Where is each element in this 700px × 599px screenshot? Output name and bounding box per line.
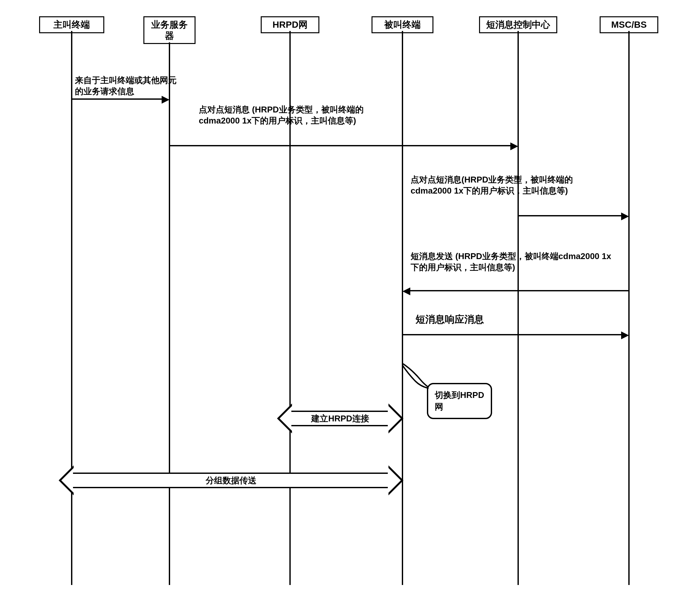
arrow-request — [72, 98, 163, 100]
msg-label-p2p-sms2: 点对点短消息(HRPD业务类型，被叫终端的cdma2000 1x下的用户标识，主… — [410, 174, 593, 197]
callout-switch-hrpd: 切换到HRPD 网 — [427, 383, 492, 419]
msg-label-sms-send: 短消息发送 (HRPD业务类型，被叫终端cdma2000 1x下的用户标识，主叫… — [410, 251, 619, 273]
callout-tail-icon — [402, 364, 432, 390]
arrow-head-p2p-sms1 — [510, 143, 518, 150]
darrow-box-hrpd-conn: 建立HRPD连接 — [291, 410, 389, 426]
darrow-box-packet: 分组数据传送 — [73, 473, 389, 488]
darrow-right-packet — [388, 467, 401, 493]
lifeline-called — [402, 31, 403, 585]
lifeline-caller — [71, 31, 72, 585]
lifeline-sms-center — [518, 31, 519, 585]
darrow-left-hrpd-conn — [280, 405, 293, 431]
participant-caller-terminal: 主叫终端 — [39, 16, 104, 33]
arrow-sms-response — [402, 334, 622, 335]
arrow-p2p-sms1 — [170, 145, 511, 146]
participant-service-server: 业务服务器 — [143, 16, 196, 44]
msg-label-p2p-sms1: 点对点短消息 (HRPD业务类型，被叫终端的cdma2000 1x下的用户标识，… — [199, 104, 378, 126]
msg-label-sms-response: 短消息响应消息 — [416, 313, 546, 326]
lifeline-msc-bs — [628, 31, 630, 585]
participant-sms-center: 短消息控制中心 — [479, 16, 557, 33]
arrow-head-p2p-sms2 — [621, 213, 629, 220]
lifeline-service-server — [169, 42, 170, 585]
arrow-sms-send — [409, 290, 629, 291]
arrow-p2p-sms2 — [518, 215, 622, 217]
sequence-diagram: 主叫终端 业务服务器 HRPD网 被叫终端 短消息控制中心 MSC/BS 来自于… — [13, 13, 687, 586]
arrow-head-sms-response — [621, 331, 629, 339]
msg-label-request: 来自于主叫终端或其他网元的业务请求信息 — [75, 75, 179, 97]
arrow-head-sms-send — [402, 288, 410, 295]
participant-called-terminal: 被叫终端 — [372, 16, 433, 33]
participant-msc-bs: MSC/BS — [600, 16, 658, 33]
darrow-left-packet — [61, 467, 74, 493]
participant-hrpd-network: HRPD网 — [261, 16, 319, 33]
arrow-head-request — [161, 96, 170, 104]
darrow-right-hrpd-conn — [388, 405, 401, 431]
